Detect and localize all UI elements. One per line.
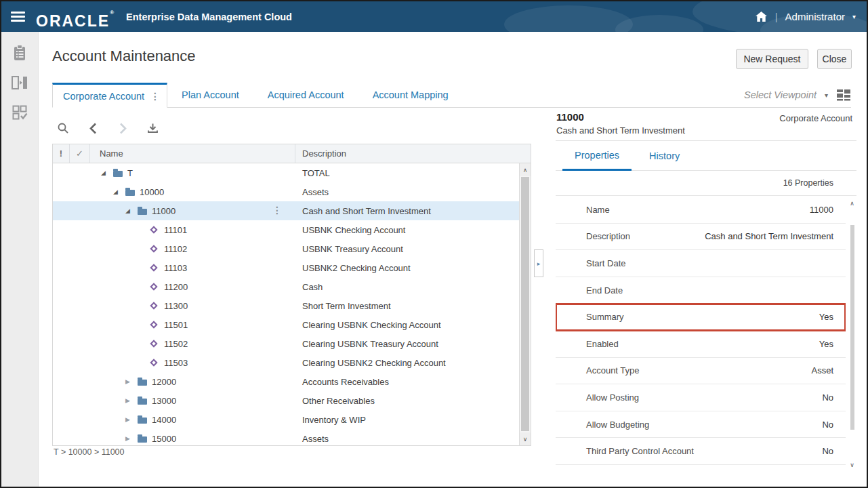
- left-nav-sidebar: [1, 32, 39, 487]
- property-row-highlighted[interactable]: Summary Yes: [556, 304, 846, 331]
- folder-icon: [138, 434, 148, 443]
- hamburger-menu-icon[interactable]: [11, 12, 25, 22]
- tab-history[interactable]: History: [637, 141, 692, 171]
- leaf-node-icon: [150, 303, 161, 308]
- property-row[interactable]: Account Type Asset: [556, 358, 846, 385]
- select-viewpoint-caret-icon[interactable]: ▾: [825, 92, 828, 99]
- folder-icon: [138, 415, 148, 424]
- forward-arrow-icon: [115, 121, 130, 136]
- home-icon[interactable]: [755, 11, 768, 22]
- table-row[interactable]: 11503 Clearing USBNK2 Checking Account: [53, 353, 519, 372]
- scrollbar-thumb[interactable]: [850, 225, 854, 430]
- node-type-label: Corporate Account: [779, 113, 852, 123]
- tab-options-kebab-icon[interactable]: ⋮: [150, 92, 160, 101]
- node-code: 11000: [556, 111, 584, 123]
- table-row[interactable]: 12000 Accounts Receivables: [53, 372, 519, 391]
- properties-count: 16 Properties: [556, 171, 856, 196]
- page-title: Account Maintenance: [52, 47, 196, 65]
- table-row[interactable]: 10000 Assets: [53, 182, 519, 201]
- table-row[interactable]: 11103 USBNK2 Checking Account: [53, 258, 519, 277]
- app-window: ORACLE® Enterprise Data Management Cloud…: [0, 0, 868, 488]
- property-row[interactable]: Third Party Control Account No: [556, 438, 846, 465]
- download-icon[interactable]: [145, 121, 160, 136]
- table-row[interactable]: 11502 Clearing USBNK Treasury Account: [53, 334, 519, 353]
- row-actions-kebab-icon[interactable]: ⋮: [272, 205, 282, 215]
- folder-icon: [113, 169, 124, 177]
- folder-icon: [138, 207, 148, 215]
- node-detail-panel: 11000 Corporate Account Cash and Short T…: [556, 110, 856, 476]
- header-divider: |: [775, 11, 778, 22]
- global-header: ORACLE® Enterprise Data Management Cloud…: [1, 1, 867, 32]
- property-row[interactable]: Enabled Yes: [556, 331, 846, 358]
- tree-toolbar: [56, 121, 160, 136]
- property-row[interactable]: Start Date: [556, 250, 846, 277]
- leaf-node-icon: [150, 322, 161, 327]
- table-row[interactable]: 11300 Short Term Investment: [53, 296, 519, 315]
- tab-plan-account[interactable]: Plan Account: [167, 83, 253, 107]
- scrollbar-thumb[interactable]: [521, 177, 529, 431]
- tab-account-mapping[interactable]: Account Mapping: [358, 83, 463, 107]
- splitter-arrow-icon: ▸: [537, 260, 541, 267]
- property-row[interactable]: Allow Budgeting No: [556, 411, 846, 439]
- cloud-decoration: [504, 5, 633, 32]
- scroll-down-icon[interactable]: ∨: [848, 460, 856, 470]
- product-title: Enterprise Data Management Cloud: [126, 12, 292, 22]
- table-row[interactable]: 11501 Clearing USBNK Checking Account: [53, 315, 519, 334]
- tab-properties[interactable]: Properties: [562, 141, 632, 171]
- back-arrow-icon[interactable]: [85, 121, 100, 136]
- table-row[interactable]: 13000 Other Receivables: [53, 391, 519, 410]
- property-row[interactable]: Name 11000: [556, 197, 846, 224]
- tree-scrollbar[interactable]: ∧ ∨: [519, 163, 531, 445]
- expand-icon[interactable]: [125, 378, 138, 385]
- leaf-node-icon: [150, 360, 161, 365]
- viewpoint-grid-check-icon[interactable]: [10, 103, 29, 122]
- alert-column-header[interactable]: !: [53, 144, 70, 163]
- leaf-node-icon: [150, 284, 161, 289]
- panel-splitter-handle[interactable]: ▸: [534, 249, 543, 277]
- folder-icon: [138, 396, 148, 405]
- hierarchy-table: ! ✓ Name Description T TOTAL 10000 Asset…: [52, 144, 531, 446]
- expand-icon[interactable]: [125, 435, 138, 442]
- table-body: T TOTAL 10000 Assets 11000 ⋮ Cash and Sh…: [53, 163, 519, 445]
- scroll-up-icon[interactable]: ∧: [520, 163, 531, 176]
- table-row-selected[interactable]: 11000 ⋮ Cash and Short Term Investment: [53, 201, 519, 220]
- search-icon[interactable]: [56, 121, 70, 136]
- description-column-header[interactable]: Description: [295, 144, 531, 163]
- property-row[interactable]: Allow Posting No: [556, 384, 846, 411]
- folder-icon: [138, 378, 148, 386]
- detail-tabbar: Properties History: [556, 141, 856, 171]
- property-row[interactable]: Description Cash and Short Term Investme…: [556, 224, 846, 251]
- leaf-node-icon: [150, 341, 161, 346]
- user-menu-caret-icon[interactable]: ▾: [852, 13, 856, 20]
- select-viewpoint-dropdown[interactable]: Select Viewpoint: [744, 89, 817, 100]
- check-column-header[interactable]: ✓: [70, 144, 90, 163]
- property-row[interactable]: End Date: [556, 277, 846, 304]
- table-row[interactable]: 11200 Cash: [53, 277, 519, 296]
- collapse-icon[interactable]: [125, 207, 138, 214]
- properties-list: Name 11000 Description Cash and Short Te…: [556, 197, 846, 476]
- viewpoint-layout-icon[interactable]: [836, 89, 851, 101]
- table-row[interactable]: 11101 USBNK Checking Account: [53, 220, 519, 239]
- side-panel-toggle-icon[interactable]: [10, 73, 29, 92]
- table-header: ! ✓ Name Description: [53, 144, 531, 163]
- expand-icon[interactable]: [125, 416, 138, 423]
- expand-icon[interactable]: [125, 397, 138, 404]
- collapse-icon[interactable]: [101, 169, 113, 176]
- requests-clipboard-icon[interactable]: [10, 43, 29, 62]
- close-button[interactable]: Close: [817, 49, 852, 69]
- tab-acquired-account[interactable]: Acquired Account: [253, 83, 358, 107]
- tab-corporate-account[interactable]: Corporate Account ⋮: [52, 83, 167, 108]
- scroll-up-icon[interactable]: ∧: [848, 198, 856, 209]
- table-row[interactable]: 11102 USBNK Treasury Account: [53, 239, 519, 258]
- table-row[interactable]: 15000 Assets: [53, 429, 519, 445]
- panel-scrollbar[interactable]: ∧ ∨: [848, 198, 856, 470]
- new-request-button[interactable]: New Request: [736, 49, 808, 69]
- scroll-down-icon[interactable]: ∨: [520, 432, 531, 445]
- name-column-header[interactable]: Name: [90, 144, 295, 163]
- user-menu-label[interactable]: Administrator: [785, 11, 845, 22]
- oracle-logo: ORACLE®: [36, 1, 114, 32]
- viewpoint-tabbar: Corporate Account ⋮ Plan Account Acquire…: [52, 83, 851, 108]
- collapse-icon[interactable]: [113, 188, 125, 195]
- table-row[interactable]: T TOTAL: [53, 163, 519, 182]
- table-row[interactable]: 14000 Inventory & WIP: [53, 410, 519, 429]
